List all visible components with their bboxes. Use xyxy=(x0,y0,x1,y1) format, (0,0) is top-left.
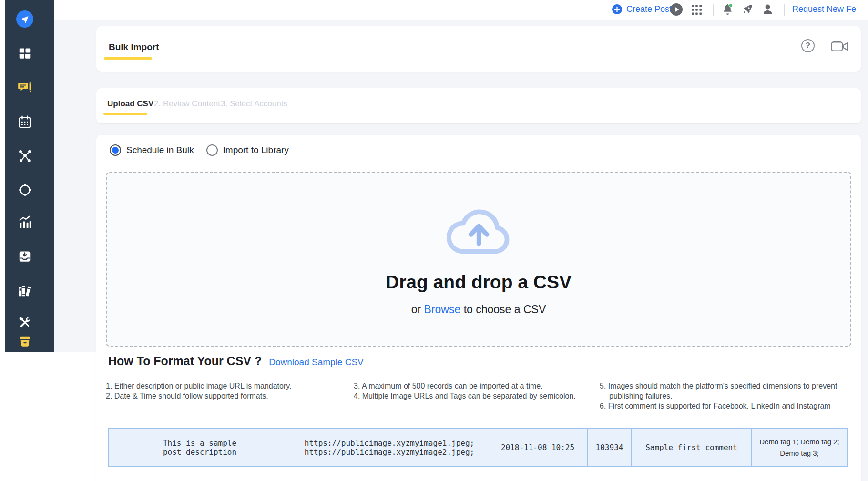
radio-import-to-library-label[interactable]: Import to Library xyxy=(223,145,289,155)
sample-cell-first-comment: Sample first comment xyxy=(632,429,752,466)
sidebar-item-library[interactable] xyxy=(5,284,54,298)
steps-card: Upload CSV 2. Review Content 3. Select A… xyxy=(96,88,861,123)
sidebar-item-analytics[interactable] xyxy=(5,215,54,230)
whats-new-button[interactable] xyxy=(741,3,754,16)
dropzone-title: Drag and drop a CSV xyxy=(107,272,850,293)
chat-pencil-icon xyxy=(18,81,32,94)
topbar: Create Post xyxy=(0,0,868,20)
tools-icon xyxy=(18,316,32,330)
help-icon[interactable]: ? xyxy=(801,39,815,52)
page-title: Bulk Import xyxy=(109,42,159,52)
request-feature-link[interactable]: Request New Fe xyxy=(792,4,856,14)
sidebar-item-planner[interactable] xyxy=(5,115,54,129)
import-mode-row: Schedule in Bulk Import to Library xyxy=(110,144,289,156)
sidebar-item-home[interactable] xyxy=(5,10,54,28)
dropzone-or-text: or xyxy=(411,303,424,316)
sidebar-item-dashboard[interactable] xyxy=(5,46,54,61)
profile-button[interactable] xyxy=(761,3,774,16)
page-background-right xyxy=(861,352,868,481)
video-camera-icon[interactable] xyxy=(831,41,848,52)
browse-link[interactable]: Browse xyxy=(424,303,461,316)
howto-title: How To Format Your CSV ? xyxy=(108,354,262,368)
sample-cell-image-urls: https://publicimage.xyzmyimage1.jpeg; ht… xyxy=(291,429,488,466)
plus-circle-icon xyxy=(612,4,622,14)
person-icon xyxy=(761,3,774,16)
instruction-item: 6. First comment is supported for Facebo… xyxy=(600,401,867,411)
inbox-download-icon xyxy=(18,249,32,264)
bulk-import-card: Schedule in Bulk Import to Library Drag … xyxy=(96,135,861,481)
download-sample-csv-link[interactable]: Download Sample CSV xyxy=(269,357,364,368)
tab-upload-csv[interactable]: Upload CSV xyxy=(107,99,153,109)
supported-formats-link[interactable]: supported formats. xyxy=(204,392,268,400)
sidebar-item-inbox[interactable] xyxy=(5,249,54,264)
sidebar-item-share[interactable] xyxy=(5,149,54,164)
create-post-label: Create Post xyxy=(626,4,672,14)
cloud-upload-icon xyxy=(442,200,515,259)
title-accent-underline xyxy=(104,57,152,60)
unread-dot xyxy=(729,4,732,7)
instruction-item: 2. Date & Time should follow supported f… xyxy=(106,391,344,401)
paper-plane-logo-icon xyxy=(16,10,33,28)
howto-instructions-col3: 5. Images should match the platform's sp… xyxy=(600,381,867,411)
sample-cell-id: 103934 xyxy=(588,429,632,466)
tab-review-content[interactable]: 2. Review Content xyxy=(154,99,220,109)
library-books-icon xyxy=(17,284,32,298)
sidebar xyxy=(5,0,54,352)
howto-header: How To Format Your CSV ? Download Sample… xyxy=(108,354,364,368)
apps-grid-button[interactable] xyxy=(691,4,702,15)
archive-box-icon xyxy=(18,335,32,348)
instruction-item: 3. A maximum of 500 records can be impor… xyxy=(354,381,598,391)
page-header-card: Bulk Import ? xyxy=(96,26,861,72)
play-button[interactable] xyxy=(670,3,683,16)
sidebar-item-tools[interactable] xyxy=(5,316,54,330)
howto-instructions-col1: 1. Either description or public image UR… xyxy=(106,381,344,401)
circle-nodes-icon xyxy=(18,183,32,197)
dashboard-grid-icon xyxy=(18,46,32,61)
tab-select-accounts[interactable]: 3. Select Accounts xyxy=(221,99,287,109)
csv-dropzone[interactable]: Drag and drop a CSV or Browse to choose … xyxy=(106,172,851,347)
active-tab-underline xyxy=(103,113,147,115)
howto-instructions-col2: 3. A maximum of 500 records can be impor… xyxy=(354,381,598,401)
bar-chart-icon xyxy=(18,215,32,230)
sample-csv-table: This is a sample post description https:… xyxy=(108,428,848,467)
share-network-icon xyxy=(18,149,32,164)
instruction-item: 1. Either description or public image UR… xyxy=(106,381,344,391)
sidebar-item-compose[interactable] xyxy=(5,81,54,94)
sample-cell-description: This is a sample post description xyxy=(109,429,291,466)
topbar-divider xyxy=(784,4,785,16)
apps-grid-icon xyxy=(691,4,702,15)
radio-import-to-library[interactable] xyxy=(206,144,218,156)
instruction-item: 4. Multiple Image URLs and Tags can be s… xyxy=(354,391,598,401)
sample-cell-datetime: 2018-11-08 10:25 xyxy=(488,429,588,466)
dropzone-after-browse-text: to choose a CSV xyxy=(460,303,546,316)
sidebar-item-discover[interactable] xyxy=(5,183,54,197)
radio-schedule-in-bulk[interactable] xyxy=(110,144,121,156)
calendar-icon xyxy=(18,115,32,129)
notifications-button[interactable] xyxy=(721,3,734,16)
dropzone-subtitle: or Browse to choose a CSV xyxy=(107,303,850,316)
topbar-divider xyxy=(713,4,714,16)
notification-bell-icon xyxy=(721,3,734,16)
app-screen: Create Post xyxy=(0,0,868,481)
radio-schedule-in-bulk-label[interactable]: Schedule in Bulk xyxy=(126,145,194,155)
instruction-item: 5. Images should match the platform's sp… xyxy=(600,381,867,401)
create-post-button[interactable]: Create Post xyxy=(612,4,672,14)
sample-cell-tags: Demo tag 1; Demo tag 2; Demo tag 3; xyxy=(752,429,847,466)
play-circle-icon xyxy=(670,3,683,16)
sidebar-item-archive[interactable] xyxy=(5,335,54,348)
rocket-icon xyxy=(741,3,754,16)
